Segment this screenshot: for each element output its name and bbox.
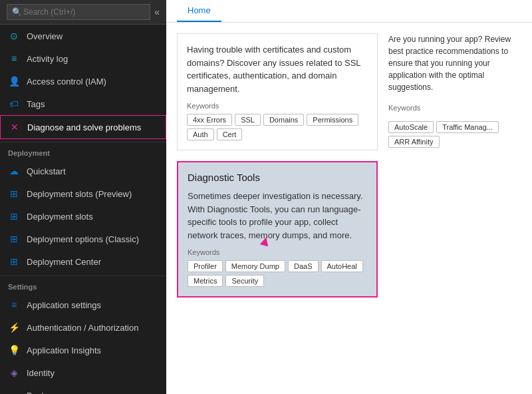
identity-icon: ◈	[8, 367, 20, 379]
collapse-icon[interactable]: «	[154, 7, 160, 17]
app-insights-icon: 💡	[8, 344, 20, 356]
sidebar-item-label: Quickstart	[27, 166, 66, 176]
diagnostic-keywords-label: Keywords	[188, 248, 367, 256]
tags-icon: 🏷	[8, 98, 20, 110]
ssl-card: Having trouble with certificates and cus…	[177, 33, 378, 150]
sidebar-item-label: Deployment Center	[27, 257, 101, 267]
content-area: Having trouble with certificates and cus…	[166, 23, 532, 394]
keyword-permissions[interactable]: Permissions	[307, 114, 358, 126]
ssl-keywords-label: Keywords	[187, 102, 368, 110]
activity-log-icon: ≡	[8, 53, 20, 65]
app-settings-icon: ≡	[8, 299, 20, 311]
backups-icon: ☁	[8, 389, 20, 394]
diagnostic-keywords: Profiler Memory Dump DaaS AutoHeal Metri…	[188, 260, 367, 287]
sidebar-item-label: Access control (IAM)	[27, 77, 106, 87]
sidebar-item-label: Backups	[27, 391, 60, 395]
right-card-body: Are you running your app? Review best pr…	[388, 33, 521, 93]
tab-home[interactable]: Home	[177, 0, 221, 22]
quickstart-icon: ☁	[8, 165, 20, 177]
sidebar-item-deployment-center[interactable]: ⊞ Deployment Center	[0, 250, 166, 273]
sidebar-item-label: Deployment slots	[27, 212, 93, 222]
sidebar-item-label: Application settings	[27, 300, 101, 310]
left-column: Having trouble with certificates and cus…	[177, 33, 378, 383]
sidebar-item-backups[interactable]: ☁ Backups	[0, 384, 166, 394]
sidebar-item-app-settings[interactable]: ≡ Application settings	[0, 294, 166, 316]
auth-icon: ⚡	[8, 321, 20, 333]
ssl-keywords: 4xx Errors SSL Domains Permissions Auth …	[187, 114, 368, 140]
keyword-auth[interactable]: Auth	[187, 128, 214, 140]
keyword-memory-dump[interactable]: Memory Dump	[225, 260, 285, 272]
keyword-daas[interactable]: DaaS	[288, 260, 319, 272]
sidebar-item-label: Diagnose and solve problems	[27, 122, 141, 132]
sidebar-item-deployment-slots[interactable]: ⊞ Deployment slots	[0, 205, 166, 228]
sidebar-item-label: Deployment options (Classic)	[27, 234, 139, 244]
sidebar-item-activity-log[interactable]: ≡ Activity log	[0, 47, 166, 70]
overview-icon: ⊙	[8, 30, 20, 42]
keyword-traffic-manager[interactable]: Traffic Manag...	[436, 121, 499, 133]
right-keywords-label: Keywords	[388, 104, 521, 112]
keyword-domains[interactable]: Domains	[263, 114, 304, 126]
diagnose-icon: ✕	[9, 121, 21, 133]
sidebar-item-identity[interactable]: ◈ Identity	[0, 361, 166, 384]
keyword-autoheal[interactable]: AutoHeal	[321, 260, 363, 272]
access-control-icon: 👤	[8, 75, 20, 87]
section-deployment: Deployment	[0, 142, 166, 160]
deployment-slots-icon: ⊞	[8, 210, 20, 222]
sidebar-item-label: Authentication / Authorization	[27, 323, 138, 333]
sidebar-item-label: Activity log	[27, 54, 68, 64]
keyword-profiler[interactable]: Profiler	[188, 260, 223, 272]
sidebar-item-label: Application Insights	[27, 345, 101, 355]
sidebar-item-label: Overview	[27, 31, 63, 41]
deployment-options-icon: ⊞	[8, 233, 20, 245]
search-bar[interactable]: 🔍 «	[0, 0, 166, 25]
sidebar-item-deployment-slots-preview[interactable]: ⊞ Deployment slots (Preview)	[0, 182, 166, 205]
search-icon: 🔍	[12, 7, 22, 17]
keyword-cert[interactable]: Cert	[217, 128, 243, 140]
ssl-card-body: Having trouble with certificates and cus…	[187, 43, 368, 95]
keyword-4xx[interactable]: 4xx Errors	[187, 114, 232, 126]
sidebar-item-label: Tags	[27, 99, 45, 109]
deployment-slots-preview-icon: ⊞	[8, 188, 20, 200]
sidebar: 🔍 « ⊙ Overview ≡ Activity log 👤 Access c…	[0, 0, 166, 394]
main-content: Home Having trouble with certificates an…	[166, 0, 532, 394]
sidebar-item-quickstart[interactable]: ☁ Quickstart	[0, 160, 166, 182]
sidebar-item-tags[interactable]: 🏷 Tags	[0, 93, 166, 115]
section-settings: Settings	[0, 276, 166, 294]
keyword-arr-affinity[interactable]: ARR Affinity	[388, 136, 440, 148]
sidebar-item-label: Identity	[27, 368, 55, 378]
sidebar-item-diagnose[interactable]: ✕ Diagnose and solve problems	[0, 115, 166, 139]
tab-bar: Home	[166, 0, 532, 23]
diagnostic-card-title: Diagnostic Tools	[188, 172, 367, 183]
right-column: Are you running your app? Review best pr…	[388, 33, 521, 383]
keyword-autoscale[interactable]: AutoScale	[388, 121, 434, 133]
keyword-ssl[interactable]: SSL	[235, 114, 261, 126]
sidebar-item-label: Deployment slots (Preview)	[27, 189, 132, 199]
sidebar-item-app-insights[interactable]: 💡 Application Insights	[0, 339, 166, 361]
deployment-center-icon: ⊞	[8, 256, 20, 268]
sidebar-item-overview[interactable]: ⊙ Overview	[0, 25, 166, 47]
keyword-metrics[interactable]: Metrics	[188, 275, 223, 287]
sidebar-item-auth[interactable]: ⚡ Authentication / Authorization	[0, 316, 166, 339]
right-keywords: AutoScale Traffic Manag... ARR Affinity	[388, 121, 521, 148]
diagnostic-tools-card[interactable]: Diagnostic Tools Sometimes deeper invest…	[177, 161, 378, 297]
diagnostic-card-body: Sometimes deeper investigation is necess…	[188, 190, 367, 242]
sidebar-item-deployment-options[interactable]: ⊞ Deployment options (Classic)	[0, 228, 166, 250]
keyword-security[interactable]: Security	[225, 275, 264, 287]
search-input[interactable]	[7, 4, 150, 20]
sidebar-item-access-control[interactable]: 👤 Access control (IAM)	[0, 70, 166, 93]
